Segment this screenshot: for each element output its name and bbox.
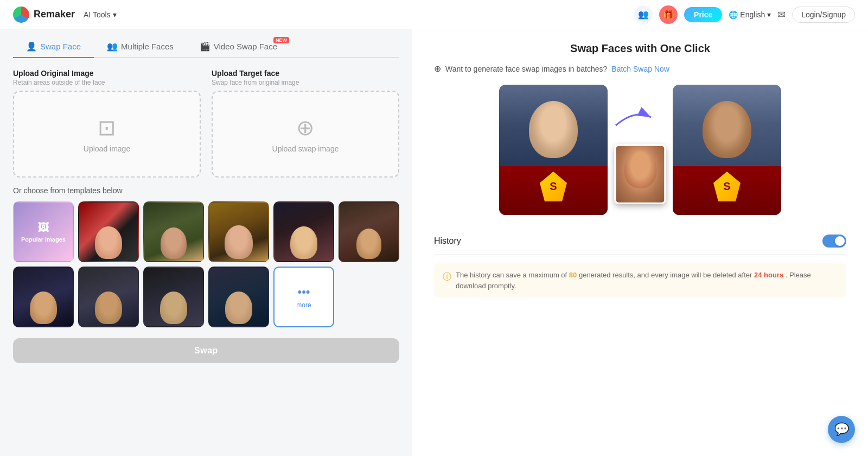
template-item-3[interactable] — [208, 201, 269, 262]
template-item-2[interactable] — [143, 201, 204, 262]
history-row: History — [434, 228, 846, 255]
chat-icon: 💬 — [834, 422, 849, 436]
gift-icon-button[interactable]: 🎁 — [659, 5, 678, 24]
tab-multiple-faces[interactable]: 👥 Multiple Faces — [94, 36, 187, 58]
history-note: ⓘ The history can save a maximum of 80 g… — [434, 263, 846, 297]
upload-original-label: Upload Original Image — [13, 69, 201, 78]
templates-label: Or choose from templates below — [13, 186, 399, 195]
upload-target-sublabel: Swap face from original image — [212, 79, 399, 86]
template-item-9[interactable] — [208, 267, 269, 327]
ai-tools-button[interactable]: AI Tools ▾ — [84, 10, 117, 19]
mail-button[interactable]: ✉ — [777, 9, 786, 21]
upload-original-icon: ⊡ — [98, 115, 116, 140]
tab-multiple-faces-label: Multiple Faces — [121, 42, 174, 51]
upload-row: Upload Original Image Retain areas outsi… — [13, 69, 399, 178]
upload-target-text: Upload swap image — [272, 144, 339, 153]
users-icon-button[interactable]: 👥 — [634, 5, 653, 24]
history-label: History — [434, 236, 461, 246]
batch-text: Want to generate face swap images in bat… — [445, 65, 607, 73]
more-label: more — [296, 301, 311, 309]
upload-original-section: Upload Original Image Retain areas outsi… — [13, 69, 201, 178]
logo-icon — [13, 7, 29, 23]
info-icon: ⓘ — [443, 270, 451, 283]
batch-row: ⊕ Want to generate face swap images in b… — [434, 64, 846, 74]
more-dots-icon: ••• — [297, 285, 310, 299]
people-icon: 👥 — [107, 41, 118, 52]
navbar: Remaker AI Tools ▾ 👥 🎁 Price 🌐 English ▾… — [0, 0, 868, 29]
demo-container: S — [434, 85, 846, 215]
history-toggle[interactable] — [822, 235, 846, 248]
demo-image-original: S — [499, 85, 608, 215]
upload-original-sublabel: Retain areas outside of the face — [13, 79, 201, 86]
tab-video-swap-face[interactable]: 🎬 Video Swap Face NEW — [187, 36, 290, 58]
template-item-1[interactable] — [78, 201, 139, 262]
upload-target-section: Upload Target face Swap face from origin… — [212, 69, 399, 178]
chevron-down-icon: ▾ — [767, 10, 771, 19]
template-item-6[interactable] — [13, 267, 74, 327]
template-popular[interactable]: 🖼 Popular images — [13, 201, 74, 262]
navbar-right: 👥 🎁 Price 🌐 English ▾ ✉ Login/Signup — [634, 5, 855, 24]
main-content: 👤 Swap Face 👥 Multiple Faces 🎬 Video Swa… — [0, 29, 868, 456]
left-panel: 👤 Swap Face 👥 Multiple Faces 🎬 Video Swa… — [0, 29, 412, 456]
logo-text: Remaker — [34, 9, 75, 20]
template-more-button[interactable]: ••• more — [273, 267, 334, 327]
price-button[interactable]: Price — [684, 7, 722, 22]
template-item-8[interactable] — [143, 267, 204, 327]
template-item-7[interactable] — [78, 267, 139, 327]
arrow-area — [608, 85, 673, 215]
batch-swap-now-link[interactable]: Batch Swap Now — [611, 65, 669, 73]
navbar-left: Remaker AI Tools ▾ — [13, 7, 117, 23]
history-note-text: The history can save a maximum of 80 gen… — [456, 270, 838, 291]
chat-float-button[interactable]: 💬 — [828, 416, 855, 443]
upload-target-icon: ⊕ — [296, 115, 315, 140]
popular-label: Popular images — [21, 236, 66, 243]
tab-swap-face[interactable]: 👤 Swap Face — [13, 36, 94, 58]
right-panel: Swap Faces with One Click ⊕ Want to gene… — [412, 29, 868, 456]
ai-tools-label: AI Tools — [84, 10, 111, 19]
upload-target-box[interactable]: ⊕ Upload swap image — [212, 91, 399, 178]
person-icon: 👤 — [26, 41, 37, 52]
upload-original-box[interactable]: ⊡ Upload image — [13, 91, 201, 178]
new-badge: NEW — [273, 37, 289, 43]
right-panel-title: Swap Faces with One Click — [434, 42, 846, 55]
globe-icon: 🌐 — [729, 10, 738, 19]
upload-original-text: Upload image — [84, 144, 130, 153]
tab-video-swap-face-label: Video Swap Face — [214, 42, 277, 51]
language-label: English — [740, 10, 765, 19]
images-icon: 🖼 — [38, 221, 49, 234]
login-button[interactable]: Login/Signup — [792, 7, 855, 23]
demo-image-result: S — [673, 85, 781, 215]
tab-bar: 👤 Swap Face 👥 Multiple Faces 🎬 Video Swa… — [13, 29, 399, 58]
upload-target-label: Upload Target face — [212, 69, 399, 78]
template-grid: 🖼 Popular images — [13, 201, 399, 327]
layers-icon: ⊕ — [434, 64, 441, 74]
logo[interactable]: Remaker — [13, 7, 75, 23]
language-button[interactable]: 🌐 English ▾ — [729, 10, 771, 19]
chevron-down-icon: ▾ — [113, 10, 117, 19]
video-icon: 🎬 — [200, 41, 210, 52]
template-item-5[interactable] — [339, 201, 399, 262]
tab-swap-face-label: Swap Face — [40, 42, 81, 51]
template-item-4[interactable] — [273, 201, 334, 262]
swap-button[interactable]: Swap — [13, 338, 399, 363]
